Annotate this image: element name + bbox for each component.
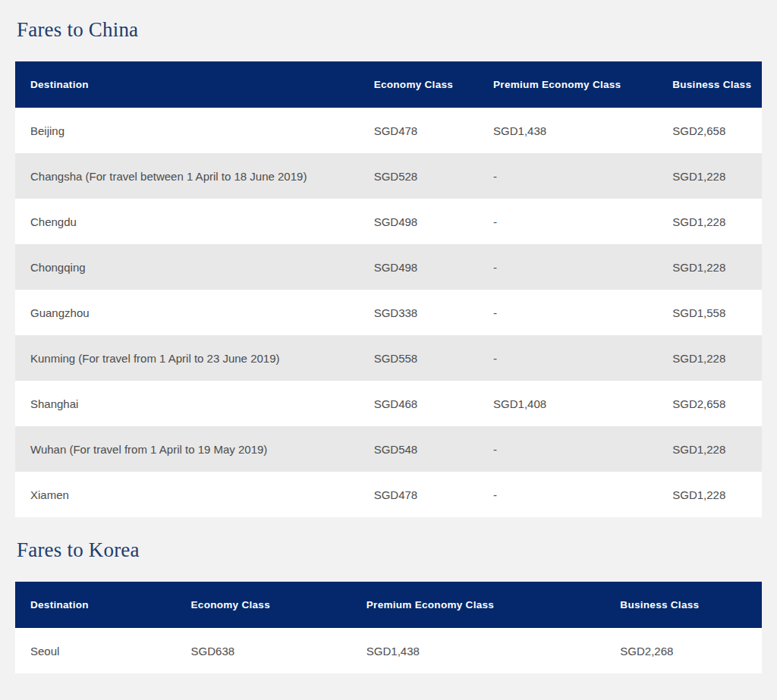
economy-fare-link[interactable]: SGD638 (176, 628, 351, 673)
economy-fare-link[interactable]: SGD498 (359, 244, 478, 290)
fares-to-china-title: Fares to China (17, 18, 762, 42)
destination-cell: Changsha (For travel between 1 April to … (15, 153, 359, 199)
fares-to-korea-title: Fares to Korea (17, 538, 762, 562)
economy-fare-link[interactable]: SGD478 (359, 472, 478, 517)
table-row-chongqing: Chongqing SGD498 - SGD1,228 (15, 244, 762, 290)
column-header-economy: Economy Class (359, 61, 478, 108)
business-fare-link[interactable]: SGD1,228 (657, 244, 762, 290)
table-row-beijing: Beijing SGD478 SGD1,438 SGD2,658 (15, 108, 762, 153)
premium-economy-fare-link[interactable]: SGD1,438 (351, 628, 606, 673)
business-fare-link[interactable]: SGD2,268 (605, 628, 762, 673)
destination-cell: Seoul (15, 628, 176, 673)
fares-to-korea-section: Destination Economy Class Premium Econom… (15, 582, 762, 673)
fares-page: Fares to China Destination Economy Class… (0, 0, 777, 700)
table-row-kunming: Kunming (For travel from 1 April to 23 J… (15, 335, 762, 381)
business-fare-link[interactable]: SGD2,658 (657, 108, 762, 153)
business-fare-link[interactable]: SGD1,558 (657, 290, 762, 335)
table-row-shanghai: Shanghai SGD468 SGD1,408 SGD2,658 (15, 381, 762, 426)
column-header-business: Business Class (605, 582, 762, 628)
destination-cell: Xiamen (15, 472, 359, 517)
no-fare-dash: - (478, 153, 657, 199)
table-header-row: Destination Economy Class Premium Econom… (15, 582, 762, 628)
economy-fare-link[interactable]: SGD548 (359, 426, 478, 472)
premium-economy-fare-link[interactable]: SGD1,438 (478, 108, 657, 153)
column-header-destination: Destination (15, 582, 176, 628)
economy-fare-link[interactable]: SGD558 (359, 335, 478, 381)
fares-to-china-table: Destination Economy Class Premium Econom… (15, 61, 762, 517)
no-fare-dash: - (478, 290, 657, 335)
no-fare-dash: - (478, 472, 657, 517)
destination-cell: Guangzhou (15, 290, 359, 335)
economy-fare-link[interactable]: SGD468 (359, 381, 478, 426)
business-fare-link[interactable]: SGD1,228 (657, 426, 762, 472)
no-fare-dash: - (478, 335, 657, 381)
business-fare-link[interactable]: SGD1,228 (657, 472, 762, 517)
no-fare-dash: - (478, 199, 657, 244)
destination-cell: Kunming (For travel from 1 April to 23 J… (15, 335, 359, 381)
table-row-changsha: Changsha (For travel between 1 April to … (15, 153, 762, 199)
economy-fare-link[interactable]: SGD338 (359, 290, 478, 335)
no-fare-dash: - (478, 426, 657, 472)
economy-fare-link[interactable]: SGD528 (359, 153, 478, 199)
column-header-economy: Economy Class (176, 582, 351, 628)
no-fare-dash: - (478, 244, 657, 290)
column-header-destination: Destination (15, 61, 359, 108)
destination-cell: Wuhan (For travel from 1 April to 19 May… (15, 426, 359, 472)
column-header-premium-economy: Premium Economy Class (351, 582, 606, 628)
destination-cell: Beijing (15, 108, 359, 153)
destination-cell: Chengdu (15, 199, 359, 244)
table-row-wuhan: Wuhan (For travel from 1 April to 19 May… (15, 426, 762, 472)
business-fare-link[interactable]: SGD1,228 (657, 335, 762, 381)
column-header-business: Business Class (657, 61, 762, 108)
destination-cell: Chongqing (15, 244, 359, 290)
business-fare-link[interactable]: SGD2,658 (657, 381, 762, 426)
table-row-chengdu: Chengdu SGD498 - SGD1,228 (15, 199, 762, 244)
table-header-row: Destination Economy Class Premium Econom… (15, 61, 762, 108)
fares-to-korea-table: Destination Economy Class Premium Econom… (15, 582, 762, 673)
fares-to-china-section: Destination Economy Class Premium Econom… (15, 61, 762, 517)
table-row-seoul: Seoul SGD638 SGD1,438 SGD2,268 (15, 628, 762, 673)
business-fare-link[interactable]: SGD1,228 (657, 153, 762, 199)
destination-cell: Shanghai (15, 381, 359, 426)
premium-economy-fare-link[interactable]: SGD1,408 (478, 381, 657, 426)
column-header-premium-economy: Premium Economy Class (478, 61, 657, 108)
economy-fare-link[interactable]: SGD478 (359, 108, 478, 153)
economy-fare-link[interactable]: SGD498 (359, 199, 478, 244)
table-row-guangzhou: Guangzhou SGD338 - SGD1,558 (15, 290, 762, 335)
business-fare-link[interactable]: SGD1,228 (657, 199, 762, 244)
table-row-xiamen: Xiamen SGD478 - SGD1,228 (15, 472, 762, 517)
